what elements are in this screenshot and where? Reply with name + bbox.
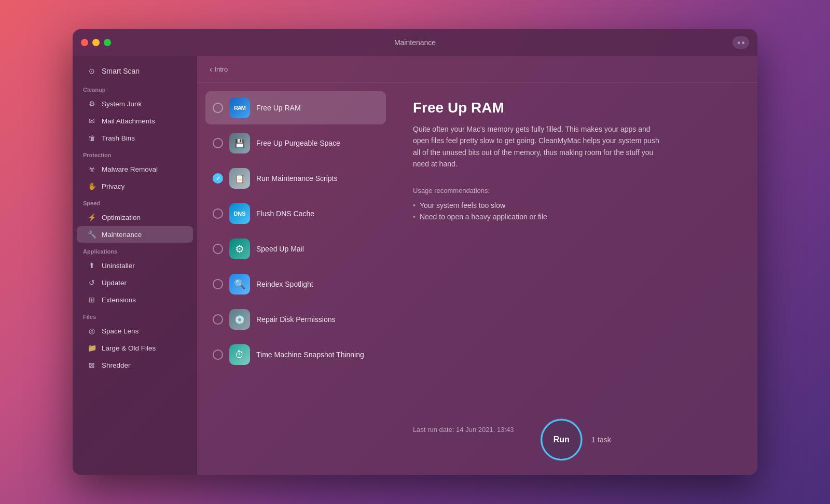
task-label-reindex-spotlight: Reindex Spotlight [256,280,313,288]
sidebar: ⊙ Smart Scan Cleanup ⚙ System Junk ✉ Mai… [73,56,197,475]
task-label-flush-dns-cache: Flush DNS Cache [256,209,314,218]
sidebar-smart-scan-label: Smart Scan [102,67,140,75]
content-header: ‹ Intro [197,56,757,83]
disk-icon-text: 💿 [234,315,245,325]
task-icon-spotlight: 🔍 [229,274,250,295]
task-icon-ram: RAM [229,97,250,118]
mail-attachments-icon: ✉ [87,116,96,125]
task-icon-timemachine: ⏱ [229,344,250,365]
sidebar-shredder-label: Shredder [102,361,131,369]
sidebar-item-updater[interactable]: ↺ Updater [77,274,193,291]
run-button[interactable]: Run [541,419,582,460]
content-panel: ‹ Intro RAM Free Up RAM [197,56,757,475]
task-item-reindex-spotlight[interactable]: 🔍 Reindex Spotlight [205,268,386,301]
spotlight-icon-text: 🔍 [234,278,245,290]
detail-title: Free Up RAM [413,100,739,116]
sidebar-item-malware-removal[interactable]: ☣ Malware Removal [77,161,193,177]
sidebar-space-lens-label: Space Lens [102,327,139,335]
traffic-lights [81,39,111,46]
sidebar-trash-bins-label: Trash Bins [102,134,135,142]
run-button-label: Run [554,435,570,444]
title-bar-right [732,36,749,49]
sidebar-item-privacy[interactable]: ✋ Privacy [77,178,193,194]
task-item-repair-disk-permissions[interactable]: 💿 Repair Disk Permissions [205,303,386,336]
more-options-button[interactable] [732,36,749,49]
app-window: Maintenance ⊙ Smart Scan Cleanup ⚙ Syste… [73,29,757,475]
task-radio-speed-up-mail[interactable] [213,244,223,254]
timemachine-icon-text: ⏱ [235,349,244,360]
task-icon-scripts: 📋 [229,168,250,189]
sidebar-section-files: Files [73,309,197,322]
updater-icon: ↺ [87,278,96,287]
task-item-speed-up-mail[interactable]: ⚙ Speed Up Mail [205,232,386,265]
system-junk-icon: ⚙ [87,99,96,108]
task-count-label: 1 task [591,436,611,444]
task-radio-reindex-spotlight[interactable] [213,279,223,289]
task-item-flush-dns-cache[interactable]: DNS Flush DNS Cache [205,197,386,230]
sidebar-item-maintenance[interactable]: 🔧 Maintenance [77,226,193,243]
minimize-button[interactable] [92,39,100,46]
task-item-run-maintenance-scripts[interactable]: 📋 Run Maintenance Scripts [205,162,386,195]
maximize-button[interactable] [104,39,111,46]
sidebar-item-shredder[interactable]: ⊠ Shredder [77,357,193,373]
usage-list: Your system feels too slow Need to open … [413,200,739,222]
detail-panel: Free Up RAM Quite often your Mac's memor… [394,83,757,475]
task-radio-free-up-purgeable[interactable] [213,138,223,148]
sidebar-maintenance-label: Maintenance [102,231,142,239]
large-old-files-icon: 📁 [87,343,96,353]
task-icon-dns: DNS [229,203,250,224]
task-radio-repair-disk-permissions[interactable] [213,314,223,325]
sidebar-extensions-label: Extensions [102,296,136,304]
sidebar-uninstaller-label: Uninstaller [102,262,135,270]
uninstaller-icon: ⬆ [87,261,96,270]
optimization-icon: ⚡ [87,213,96,222]
maintenance-icon: 🔧 [87,230,96,239]
last-run-date: Last run date: 14 Jun 2021, 13:43 [413,426,514,433]
task-label-time-machine-snapshot: Time Machine Snapshot Thinning [256,351,364,359]
usage-item-1: Your system feels too slow [413,200,739,211]
sidebar-item-extensions[interactable]: ⊞ Extensions [77,291,193,308]
sidebar-item-large-old-files[interactable]: 📁 Large & Old Files [77,340,193,356]
task-radio-flush-dns-cache[interactable] [213,208,223,219]
smart-scan-icon: ⊙ [87,66,96,76]
back-button[interactable]: ‹ Intro [210,65,228,74]
sidebar-item-smart-scan[interactable]: ⊙ Smart Scan [77,63,193,79]
sidebar-item-system-junk[interactable]: ⚙ System Junk [77,95,193,112]
space-lens-icon: ◎ [87,326,96,335]
sidebar-mail-attachments-label: Mail Attachments [102,117,155,125]
run-area: Run 1 task [541,419,611,460]
task-label-repair-disk-permissions: Repair Disk Permissions [256,315,335,324]
back-label: Intro [214,65,228,73]
sidebar-item-trash-bins[interactable]: 🗑 Trash Bins [77,130,193,146]
scripts-icon-text: 📋 [234,174,245,184]
sidebar-item-optimization[interactable]: ⚡ Optimization [77,209,193,226]
sidebar-updater-label: Updater [102,279,127,287]
sidebar-item-uninstaller[interactable]: ⬆ Uninstaller [77,257,193,274]
window-title: Maintenance [394,38,436,47]
extensions-icon: ⊞ [87,295,96,304]
sidebar-item-space-lens[interactable]: ◎ Space Lens [77,323,193,339]
task-radio-time-machine-snapshot[interactable] [213,349,223,360]
close-button[interactable] [81,39,88,46]
task-item-time-machine-snapshot[interactable]: ⏱ Time Machine Snapshot Thinning [205,338,386,371]
task-radio-run-maintenance-scripts[interactable] [213,173,223,184]
content-body: RAM Free Up RAM 💾 Free Up Purgeable Spac… [197,83,757,475]
shredder-icon: ⊠ [87,360,96,370]
title-bar: Maintenance [73,29,757,56]
privacy-icon: ✋ [87,181,96,191]
sidebar-item-mail-attachments[interactable]: ✉ Mail Attachments [77,113,193,129]
sidebar-section-cleanup: Cleanup [73,81,197,95]
dot-icon [742,41,744,44]
task-icon-mail: ⚙ [229,239,250,259]
task-item-free-up-ram[interactable]: RAM Free Up RAM [205,91,386,124]
sidebar-section-applications: Applications [73,243,197,257]
task-item-free-up-purgeable[interactable]: 💾 Free Up Purgeable Space [205,127,386,160]
task-radio-free-up-ram[interactable] [213,103,223,113]
usage-title: Usage recommendations: [413,187,739,194]
sidebar-large-old-files-label: Large & Old Files [102,344,156,352]
dot-icon [738,41,740,44]
trash-bins-icon: 🗑 [87,133,96,143]
task-icon-purgeable: 💾 [229,133,250,153]
back-chevron-icon: ‹ [210,65,212,74]
sidebar-section-protection: Protection [73,147,197,160]
